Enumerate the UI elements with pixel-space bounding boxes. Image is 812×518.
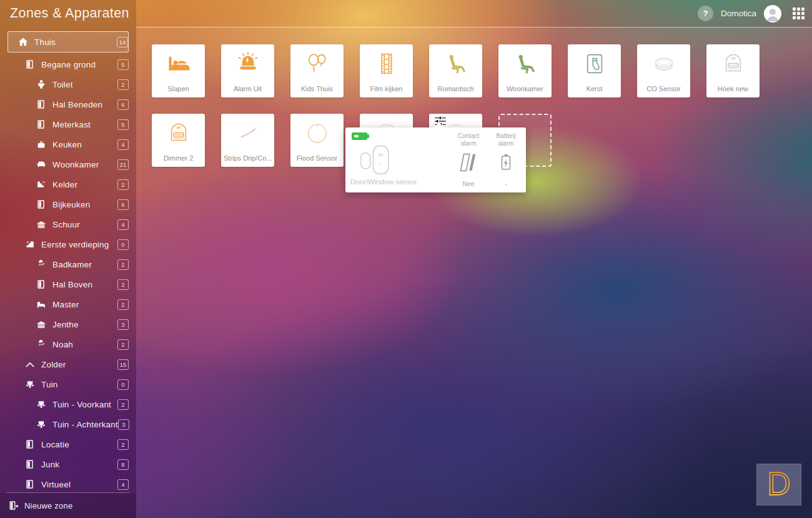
zone-count-badge: 2 [117,79,129,90]
zone-count-badge: 15 [117,359,129,370]
tile-label: Woonkamer [501,85,549,92]
module-icon [166,121,191,146]
sidebar-item-badkamer[interactable]: Badkamer2 [7,254,129,274]
contact-alarm-icon [457,152,480,173]
sidebar-item-locatie[interactable]: Locatie2 [7,434,129,454]
door-window-sensor-icon [357,142,398,177]
flower-icon [36,399,46,409]
sidebar-item-label: Schuur [52,220,80,229]
disc-sensor-icon [651,51,676,76]
zone-count-badge: 8 [117,459,129,470]
door-icon [25,59,35,69]
tile-co-sensor[interactable]: CO Sensor [637,44,690,97]
tile-strips-drip-co[interactable]: Strips Drip/Co... [221,114,274,167]
sidebar-item-hal-boven[interactable]: Hal Boven2 [7,274,129,294]
sidebar-item-hal-beneden[interactable]: Hal Beneden6 [7,94,129,114]
tile-label: Dimmer 2 [154,154,202,162]
header-actions: ? Domotica [698,0,805,27]
sidebar-item-tuin-achterkant[interactable]: Tuin - Achterkant3 [7,414,129,434]
contact-alarm-column: Contact alarm Nee [452,132,485,187]
tile-slapen[interactable]: Slapen [152,44,205,97]
sidebar-item-virtueel[interactable]: Virtueel4 [7,474,129,492]
tile-dimmer-2[interactable]: Dimmer 2 [152,114,205,167]
zone-count-badge: 0 [117,239,129,250]
zone-count-badge: 2 [117,259,129,270]
zone-count-badge: 4 [117,219,129,230]
sidebar-item-label: Tuin [41,380,58,389]
avatar[interactable] [764,5,781,22]
sidebar-item-master[interactable]: Master2 [7,294,129,314]
door-icon [25,479,35,489]
tile-alarm-uit[interactable]: Alarm Uit [221,44,274,97]
sidebar-item-schuur[interactable]: Schuur4 [7,214,129,234]
sidebar-item-label: Thuis [34,37,56,47]
strip-icon [235,121,260,146]
tile-kerst[interactable]: Kerst [568,44,621,97]
sidebar-item-bijkeuken[interactable]: Bijkeuken6 [7,194,129,214]
account-name[interactable]: Domotica [721,9,756,18]
tile-film-kijken[interactable]: Film kijken [360,44,413,97]
sidebar-item-meterkast[interactable]: Meterkast5 [7,114,129,134]
sidebar-item-label: Keuken [52,140,82,149]
device-name: Door/Window sensor [350,178,443,186]
main-content: SlapenAlarm UitKids ThuisFilm kijkenRoma… [136,27,812,518]
apps-grid-button[interactable] [793,7,805,19]
help-button[interactable]: ? [698,6,713,21]
sidebar-item-label: Hal Beneden [52,100,102,109]
sidebar-item-label: Kelder [52,180,77,189]
door-icon [25,459,35,469]
zone-count-badge: 6 [117,99,129,110]
tile-label: Alarm Uit [224,85,272,92]
sidebar-item-noah[interactable]: Noah2 [7,334,129,354]
tile-woonkamer[interactable]: Woonkamer [498,44,552,97]
battery-alarm-icon [497,152,515,173]
contact-alarm-title: Contact alarm [452,132,485,147]
battery-alarm-title: Batterij alarm [490,132,522,147]
sidebar-item-label: Woonkamer [52,160,99,169]
sidebar-item-woonkamer[interactable]: Woonkamer21 [7,154,129,174]
tile-label: Strips Drip/Co... [224,154,272,162]
zone-count-badge: 5 [117,59,129,70]
tile-kids-thuis[interactable]: Kids Thuis [290,44,344,97]
tile-hoek-new[interactable]: Hoek new [706,44,760,97]
sidebar: Thuis14Begane grond5Toilet2Hal Beneden6M… [0,0,136,518]
sidebar-item-kelder[interactable]: Kelder2 [7,174,129,194]
sidebar-item-label: Hal Boven [52,280,92,289]
siren-icon [235,51,260,76]
person-icon [764,5,781,22]
sidebar-item-zolder[interactable]: Zolder15 [7,354,129,374]
sidebar-item-tuin-voorkant[interactable]: Tuin - Voorkant2 [7,394,129,414]
drag-ghost: D [756,464,801,506]
bed-icon [36,299,46,309]
stairs-up-icon [25,239,35,249]
door-icon [25,439,35,449]
sidebar-item-toilet[interactable]: Toilet2 [7,74,129,94]
flower-icon [36,419,46,429]
sidebar-item-label: Virtueel [41,480,71,489]
tile-label: CO Sensor [640,85,688,92]
sidebar-item-label: Begane grond [41,60,96,69]
sidebar-item-thuis[interactable]: Thuis14 [7,31,129,52]
battery-alarm-value: - [505,180,507,187]
tile-flood-sensor[interactable]: Flood Sensor [290,114,344,167]
battery-alarm-column: Batterij alarm - [490,132,522,187]
zone-count-badge: 14 [117,37,128,47]
zone-count-badge: 2 [117,279,129,290]
toilet-icon [36,79,46,89]
sidebar-item-jenthe[interactable]: Jenthe3 [7,314,129,334]
sidebar-item-junk[interactable]: Junk8 [7,454,129,474]
tile-romantisch[interactable]: Romantisch [429,44,482,97]
new-zone-button[interactable]: Nieuwe zone [0,493,136,518]
sidebar-item-tuin[interactable]: Tuin0 [7,374,129,394]
sidebar-item-label: Meterkast [52,120,91,129]
sidebar-item-begane-grond[interactable]: Begane grond5 [7,54,129,74]
tile-label: Slapen [154,85,202,92]
sidebar-item-eerste-verdieping[interactable]: Eerste verdieping0 [7,234,129,254]
sidebar-item-label: Junk [41,460,59,469]
roof-icon [25,359,35,369]
sidebar-item-keuken[interactable]: Keuken4 [7,134,129,154]
balloons-icon [305,51,330,76]
zone-count-badge: 6 [117,199,129,210]
shower-icon [36,259,46,269]
sidebar-item-label: Bijkeuken [52,200,90,209]
